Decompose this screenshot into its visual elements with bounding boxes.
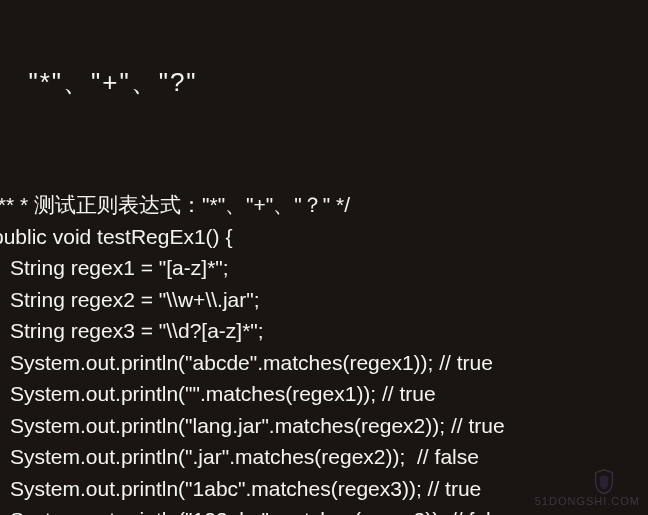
code-block: /** * 测试正则表达式："*"、"+"、"？" */public void … — [0, 171, 648, 515]
header-symbols: "*"、"+"、"?" — [0, 63, 648, 108]
code-line: System.out.println("abcde".matches(regex… — [0, 347, 648, 379]
code-line: String regex2 = "\\w+\\.jar"; — [0, 284, 648, 316]
code-line: System.out.println("".matches(regex1)); … — [0, 378, 648, 410]
watermark-logo-icon — [590, 467, 618, 495]
code-container: "*"、"+"、"?" /** * 测试正则表达式："*"、"+"、"？" */… — [0, 0, 648, 515]
code-line: String regex1 = "[a-z]*"; — [0, 252, 648, 284]
watermark-url: 51DONGSHI.COM — [535, 493, 640, 510]
code-line: /** * 测试正则表达式："*"、"+"、"？" */ — [0, 171, 648, 221]
code-line: System.out.println(".jar".matches(regex2… — [0, 441, 648, 473]
code-line: String regex3 = "\\d?[a-z]*"; — [0, 315, 648, 347]
code-line: System.out.println("lang.jar".matches(re… — [0, 410, 648, 442]
code-line: public void testRegEx1() { — [0, 221, 648, 253]
